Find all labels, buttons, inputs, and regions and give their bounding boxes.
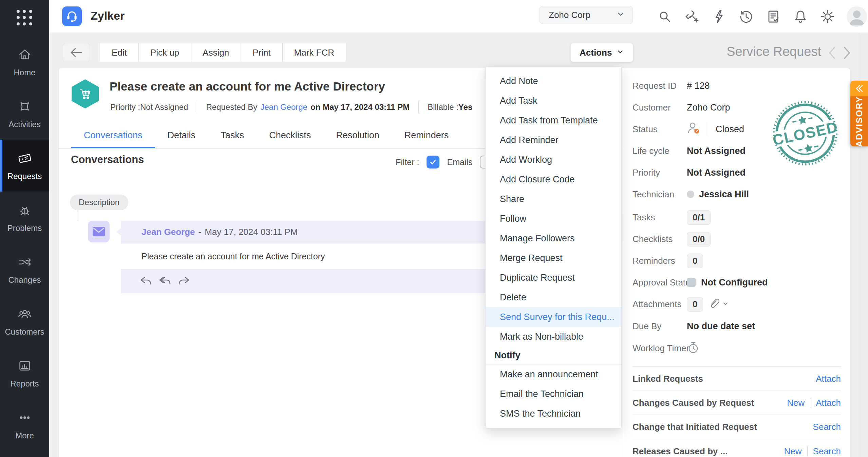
- sidebar-item-customers[interactable]: Customers: [0, 295, 49, 347]
- menu-item-sms-the-technician[interactable]: SMS the Technician: [486, 404, 621, 423]
- reply-icon[interactable]: [140, 276, 152, 286]
- billable-value: Yes: [458, 102, 472, 112]
- settings-icon[interactable]: [819, 8, 836, 25]
- advisory-tab[interactable]: ADVISORY: [850, 81, 868, 146]
- menu-item-share[interactable]: Share: [486, 189, 621, 209]
- field-label: Due By: [633, 321, 661, 332]
- request-action-buttons: Edit Pick up Assign Print Mark FCR: [100, 43, 346, 62]
- sidebar-item-label: Requests: [7, 172, 42, 181]
- message-sender-link[interactable]: Jean George: [141, 227, 195, 237]
- menu-item-add-reminder[interactable]: Add Reminder: [486, 130, 621, 150]
- field-row-request-id: Request ID # 128: [622, 75, 851, 97]
- tab-checklists[interactable]: Checklists: [257, 124, 323, 149]
- divider: [418, 101, 419, 113]
- tasks-count-badge[interactable]: 0/1: [687, 210, 711, 225]
- request-title: Please create an account for me Active D…: [110, 80, 385, 93]
- print-button[interactable]: Print: [241, 43, 282, 62]
- closed-stamp: CLOSED: [771, 99, 839, 167]
- menu-item-send-survey[interactable]: Send Survey for this Requ...: [486, 307, 621, 327]
- emails-filter-label: Emails: [447, 157, 472, 167]
- sidebar-item-problems[interactable]: Problems: [0, 192, 49, 243]
- menu-item-manage-followers[interactable]: Manage Followers: [486, 228, 621, 248]
- quick-actions-icon[interactable]: [711, 8, 727, 25]
- tab-conversations[interactable]: Conversations: [71, 124, 155, 149]
- divider: [810, 398, 810, 408]
- menu-item-follow[interactable]: Follow: [486, 209, 621, 228]
- sidebar-item-label: Reports: [10, 379, 39, 389]
- requests-icon: [17, 151, 33, 167]
- stopwatch-icon[interactable]: [687, 340, 700, 356]
- reminders-count-badge[interactable]: 0: [687, 254, 703, 268]
- assign-button[interactable]: Assign: [191, 43, 241, 62]
- menu-item-add-closure-code[interactable]: Add Closure Code: [486, 170, 621, 189]
- actions-label: Actions: [580, 47, 612, 58]
- description-chip: Description: [70, 195, 128, 210]
- feedback-icon[interactable]: [765, 8, 781, 25]
- sidebar-item-activities[interactable]: Activities: [0, 88, 49, 140]
- field-value: [687, 340, 700, 356]
- field-value: Closed: [687, 121, 744, 138]
- sidebar-item-home[interactable]: Home: [0, 36, 49, 88]
- chevron-down-icon: [617, 47, 624, 58]
- requester-link[interactable]: Jean George: [260, 102, 307, 112]
- tab-tasks[interactable]: Tasks: [208, 124, 257, 149]
- menu-item-add-worklog[interactable]: Add Worklog: [486, 150, 621, 170]
- history-icon[interactable]: [738, 8, 754, 25]
- divider: [708, 122, 708, 136]
- next-record-chevron-icon[interactable]: [840, 45, 854, 60]
- menu-item-add-task-from-template[interactable]: Add Task from Template: [486, 111, 621, 130]
- sidebar-item-requests[interactable]: Requests: [0, 140, 49, 192]
- tab-reminders[interactable]: Reminders: [392, 124, 461, 149]
- priority-label: Priority :: [110, 102, 140, 112]
- sidebar-item-more[interactable]: More: [0, 399, 49, 451]
- attach-link[interactable]: Attach: [816, 398, 841, 408]
- menu-item-make-an-announcement[interactable]: Make an announcement: [486, 364, 621, 384]
- search-link[interactable]: Search: [813, 446, 841, 457]
- menu-item-add-task[interactable]: Add Task: [486, 91, 621, 111]
- sidebar-item-label: Customers: [5, 327, 44, 337]
- field-value: Not Assigned: [687, 167, 746, 178]
- menu-item-email-the-technician[interactable]: Email the Technician: [486, 384, 621, 404]
- edit-button[interactable]: Edit: [100, 43, 139, 62]
- chevron-down-icon[interactable]: [722, 299, 729, 310]
- collapse-advisory-icon[interactable]: [850, 81, 868, 96]
- changes-icon: [17, 254, 33, 271]
- search-icon[interactable]: [657, 8, 673, 25]
- mark-fcr-button[interactable]: Mark FCR: [282, 43, 346, 62]
- attachments-count-badge[interactable]: 0: [687, 297, 703, 312]
- avatar[interactable]: [847, 6, 867, 27]
- releases-caused-by-row: Releases Caused by ... New Search: [633, 439, 841, 457]
- cart-icon: [78, 87, 92, 101]
- advisory-tab-body[interactable]: ADVISORY: [850, 96, 868, 146]
- paperclip-icon[interactable]: [709, 297, 719, 311]
- sidebar-item-reports[interactable]: Reports: [0, 347, 49, 399]
- menu-item-duplicate-request[interactable]: Duplicate Request: [486, 268, 621, 287]
- new-link[interactable]: New: [784, 446, 802, 457]
- search-link[interactable]: Search: [813, 422, 841, 432]
- sidebar-item-changes[interactable]: Changes: [0, 243, 49, 295]
- check-icon: [429, 158, 437, 166]
- checklists-count-badge[interactable]: 0/0: [687, 232, 711, 246]
- company-select[interactable]: Zoho Corp: [540, 6, 633, 24]
- emails-filter-checkbox[interactable]: [427, 156, 439, 168]
- menu-item-mark-as-non-billable[interactable]: Mark as Non-billable: [486, 327, 621, 346]
- previous-record-chevron-icon[interactable]: [825, 45, 839, 60]
- add-request-icon[interactable]: [684, 8, 700, 25]
- menu-item-merge-request[interactable]: Merge Request: [486, 248, 621, 268]
- menu-section-notify: Notify: [486, 346, 621, 364]
- pickup-button[interactable]: Pick up: [138, 43, 191, 62]
- menu-item-delete[interactable]: Delete: [486, 287, 621, 307]
- tab-resolution[interactable]: Resolution: [323, 124, 392, 149]
- back-button[interactable]: [63, 43, 90, 62]
- reply-all-icon[interactable]: [159, 276, 171, 286]
- app-launcher-icon[interactable]: [15, 8, 34, 27]
- notifications-icon[interactable]: [792, 8, 809, 25]
- menu-item-add-note[interactable]: Add Note: [486, 71, 621, 91]
- field-label: Life cycle: [633, 146, 669, 156]
- attach-link[interactable]: Attach: [816, 374, 841, 384]
- actions-dropdown-button[interactable]: Actions: [570, 43, 633, 62]
- forward-icon[interactable]: [178, 276, 190, 286]
- sidebar-nav: Home Activities Requests Problems Change: [0, 36, 49, 451]
- tab-details[interactable]: Details: [155, 124, 208, 149]
- new-link[interactable]: New: [787, 398, 805, 408]
